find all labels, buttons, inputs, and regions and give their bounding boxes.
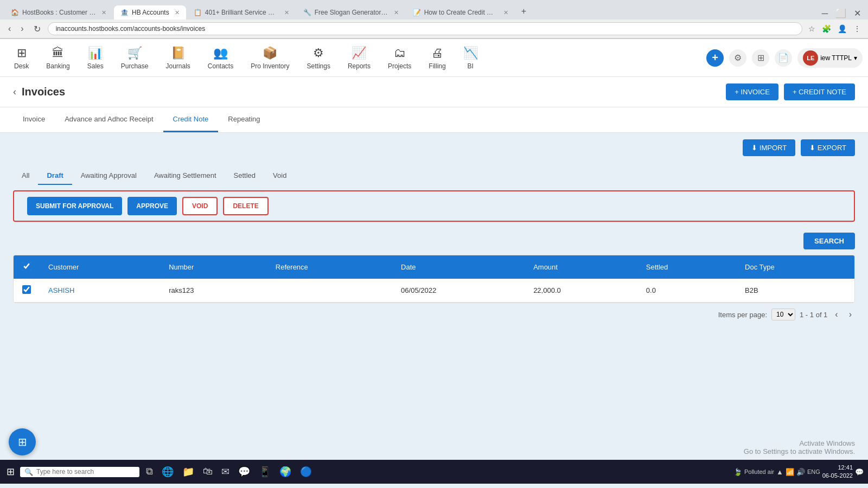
- mail-icon[interactable]: ✉: [218, 464, 233, 480]
- browser-tab-2[interactable]: 📋 401+ Brilliant Service Company... ✕: [187, 5, 296, 20]
- doc-button[interactable]: 📄: [775, 49, 792, 67]
- browser-tab-0[interactable]: 🏠 HostBooks : Customer Portal ✕: [4, 5, 113, 20]
- nav-item-purchase[interactable]: 🛒 Purchase: [112, 41, 157, 75]
- start-button[interactable]: ⊞: [4, 464, 17, 480]
- tab-close-0[interactable]: ✕: [101, 9, 106, 16]
- tab-close-4[interactable]: ✕: [503, 9, 508, 16]
- status-tab-draft[interactable]: Draft: [38, 167, 72, 185]
- app1-icon[interactable]: 📱: [256, 464, 274, 480]
- nav-label-contacts: Contacts: [208, 62, 233, 70]
- back-navigation-button[interactable]: ‹: [5, 23, 14, 35]
- submit-for-approval-button[interactable]: SUBMIT FOR APPROVAL: [27, 197, 122, 215]
- reload-button[interactable]: ↻: [31, 23, 43, 35]
- store-icon[interactable]: 🛍: [200, 464, 216, 480]
- import-button[interactable]: ⬇ IMPORT: [743, 139, 795, 156]
- export-button[interactable]: ⬇ EXPORT: [801, 139, 855, 156]
- add-button[interactable]: +: [706, 49, 724, 67]
- app-grid-button[interactable]: ⊞: [9, 428, 36, 455]
- select-all-header[interactable]: [14, 255, 40, 279]
- forward-navigation-button[interactable]: ›: [18, 23, 26, 35]
- nav-item-journals[interactable]: 📔 Journals: [157, 41, 199, 75]
- pagination-next-button[interactable]: ›: [846, 309, 855, 320]
- tab-repeating[interactable]: Repeating: [218, 107, 270, 132]
- restore-button[interactable]: ⬜: [833, 7, 849, 20]
- tab-favicon-1: 🏦: [120, 9, 129, 16]
- table-row: ASHISH raks123 06/05/2022 22,000.0 0.0 B…: [14, 279, 854, 303]
- status-tab-awaiting-approval[interactable]: Awaiting Approval: [72, 167, 145, 185]
- nav-item-pro-inventory[interactable]: 📦 Pro Inventory: [242, 41, 298, 75]
- teams-icon[interactable]: 💬: [235, 464, 253, 480]
- browser-icon[interactable]: 🌍: [276, 464, 295, 480]
- system-clock[interactable]: 12:41 06-05-2022: [822, 464, 853, 480]
- pagination-prev-button[interactable]: ‹: [832, 309, 841, 320]
- tab-favicon-2: 📋: [194, 9, 202, 16]
- row-customer[interactable]: ASHISH: [40, 279, 160, 303]
- menu-button[interactable]: ⋮: [852, 23, 863, 35]
- row-doc-type: B2B: [736, 279, 854, 303]
- extensions-button[interactable]: 🧩: [820, 23, 833, 35]
- status-tab-all[interactable]: All: [13, 167, 38, 185]
- row-settled: 0.0: [637, 279, 736, 303]
- tab-close-1[interactable]: ✕: [175, 9, 180, 16]
- table-container: Customer Number Reference Date Amount Se…: [13, 255, 855, 303]
- nav-item-sales[interactable]: 📊 Sales: [79, 41, 112, 75]
- taskbar-search-input[interactable]: [36, 468, 123, 476]
- nav-item-desk[interactable]: ⊞ Desk: [5, 41, 37, 75]
- volume-icon[interactable]: 🔊: [796, 468, 805, 476]
- edge-icon[interactable]: 🌐: [158, 464, 177, 480]
- approve-button[interactable]: APPROVE: [127, 197, 177, 215]
- gear-button[interactable]: ⚙: [729, 49, 746, 67]
- row-checkbox[interactable]: [22, 285, 31, 294]
- row-checkbox-cell[interactable]: [14, 279, 40, 303]
- tabs-bar: Invoice Advance and Adhoc Receipt Credit…: [0, 107, 868, 133]
- filling-icon: 🖨: [431, 46, 443, 60]
- new-tab-button[interactable]: +: [516, 3, 532, 20]
- tab-credit-note[interactable]: Credit Note: [163, 107, 219, 132]
- nav-label-projects: Projects: [388, 62, 411, 70]
- banking-icon: 🏛: [52, 46, 64, 60]
- grid-button[interactable]: ⊞: [752, 49, 769, 67]
- nav-item-reports[interactable]: 📈 Reports: [339, 41, 379, 75]
- search-button[interactable]: SEARCH: [803, 233, 855, 249]
- status-tab-void[interactable]: Void: [264, 167, 295, 185]
- close-button[interactable]: ✕: [851, 7, 864, 20]
- nav-item-banking[interactable]: 🏛 Banking: [37, 41, 78, 75]
- select-all-checkbox[interactable]: [22, 262, 31, 271]
- status-tab-awaiting-settlement[interactable]: Awaiting Settlement: [145, 167, 225, 185]
- header-doc-type: Doc Type: [736, 255, 854, 279]
- back-button[interactable]: ‹: [13, 86, 16, 98]
- tab-close-2[interactable]: ✕: [284, 9, 289, 16]
- nav-item-contacts[interactable]: 👥 Contacts: [199, 41, 242, 75]
- page-actions: + INVOICE + CREDIT NOTE: [726, 84, 855, 100]
- delete-button[interactable]: DELETE: [223, 197, 268, 215]
- nav-item-filling[interactable]: 🖨 Filling: [420, 41, 454, 75]
- notification-icon[interactable]: 💬: [855, 468, 864, 476]
- app2-icon[interactable]: 🔵: [297, 464, 315, 480]
- profile-button[interactable]: 👤: [836, 23, 848, 35]
- chevron-up-icon[interactable]: ▲: [776, 468, 783, 476]
- taskbar-search[interactable]: 🔍: [20, 467, 139, 477]
- browser-tab-4[interactable]: 📝 How to Create Credit Note - Go... ✕: [406, 5, 515, 20]
- browser-tab-1[interactable]: 🏦 HB Accounts ✕: [114, 5, 186, 20]
- void-button[interactable]: VOID: [182, 197, 218, 215]
- tab-label-2: 401+ Brilliant Service Company...: [205, 9, 279, 16]
- nav-item-bi[interactable]: 📉 BI: [455, 41, 487, 75]
- nav-item-settings[interactable]: ⚙ Settings: [298, 41, 339, 75]
- items-per-page-select[interactable]: 10 25 50: [771, 309, 795, 320]
- browser-tab-3[interactable]: 🔧 Free Slogan Generator - Online T... ✕: [297, 5, 405, 20]
- minimize-button[interactable]: ─: [819, 7, 831, 20]
- file-explorer-icon[interactable]: 📁: [179, 464, 197, 480]
- status-tab-settled[interactable]: Settled: [225, 167, 264, 185]
- url-bar[interactable]: inaccounts.hostbooks.com/accounts-books/…: [48, 22, 802, 35]
- nav-item-projects[interactable]: 🗂 Projects: [379, 41, 420, 75]
- credit-note-button[interactable]: + CREDIT NOTE: [784, 84, 855, 100]
- tab-close-3[interactable]: ✕: [394, 9, 399, 16]
- user-menu[interactable]: LE iew TTTPL ▾: [797, 48, 863, 68]
- tab-favicon-4: 📝: [413, 9, 421, 16]
- bookmark-button[interactable]: ☆: [807, 23, 817, 35]
- task-view-icon[interactable]: ⧉: [143, 464, 156, 480]
- invoice-button[interactable]: + INVOICE: [726, 84, 778, 100]
- network-icon[interactable]: 📶: [786, 468, 794, 476]
- tab-advance[interactable]: Advance and Adhoc Receipt: [55, 107, 163, 132]
- tab-invoice[interactable]: Invoice: [13, 107, 55, 132]
